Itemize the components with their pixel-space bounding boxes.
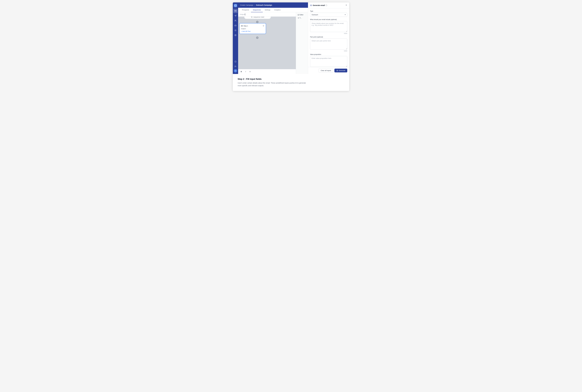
subject-placeholder: Subject (240, 14, 245, 15)
pain-point-label: Pain point (optional) (310, 36, 347, 38)
italic-button[interactable]: I (244, 70, 247, 73)
editor-tab-label: Editor (300, 14, 303, 16)
tune-tab[interactable]: T... (297, 16, 307, 20)
canvas-area: Sequence Start + Step 1 (238, 12, 308, 74)
include-char-count: 0/600 (310, 33, 347, 34)
type-label: Type (310, 10, 347, 12)
type-select[interactable]: Outreach Follow-up Cold email (310, 13, 347, 17)
generate-panel: Generate email Type Outreach (308, 2, 349, 74)
tabs-bar: Prospects Sequences Settings Analytics (238, 8, 308, 12)
breadcrumb-separator: › (254, 4, 255, 6)
panel-footer: Clear all inputs Generate (308, 67, 349, 74)
include-field-group: What should your email include (optional… (310, 19, 347, 34)
step-description-text: User's enter certain details about the e… (238, 82, 308, 87)
breadcrumb-parent: Create Campaign (240, 4, 254, 6)
panel-title-text: Generate email (313, 4, 325, 6)
svg-point-4 (235, 20, 236, 20)
editor-tab[interactable]: Editor (297, 13, 307, 16)
sidebar-item-contacts[interactable] (233, 18, 238, 23)
type-field-group: Type Outreach Follow-up Cold email (310, 10, 347, 17)
pain-point-char-count: 0/600 (310, 50, 347, 52)
tab-sequences[interactable]: Sequences (251, 8, 263, 12)
sidebar-item-send[interactable] (233, 14, 238, 18)
clear-all-button[interactable]: Clear all inputs (319, 68, 333, 72)
bold-button[interactable]: B (240, 70, 243, 73)
sidebar-item-inbox[interactable] (233, 23, 238, 28)
step-header: Step 1 (241, 25, 264, 27)
include-label: What should your email include (optional… (310, 19, 347, 20)
panel-header: Generate email (308, 2, 349, 8)
svg-marker-5 (234, 30, 236, 31)
notification-badge[interactable]: 8 (234, 69, 237, 72)
breadcrumb-current: Outreach Campaign (256, 4, 272, 6)
tab-settings[interactable]: Settings (263, 8, 272, 12)
sidebar-item-mail[interactable] (233, 9, 238, 13)
svg-point-6 (235, 35, 236, 36)
sidebar-item-clock[interactable] (233, 60, 238, 64)
sidebar-item-settings[interactable] (233, 33, 238, 37)
panel-close-button[interactable] (345, 4, 347, 6)
add-ab-test-button[interactable]: + Add A/B Test (241, 30, 264, 32)
add-step-top[interactable]: + (256, 21, 258, 23)
generate-button[interactable]: Generate (334, 69, 347, 72)
step-title: Step 1 (241, 25, 248, 27)
breadcrumb: Create Campaign › Outreach Campaign (240, 4, 272, 6)
editor-area: Editor T... (296, 12, 308, 74)
step-title-description: Step 2 : Fill input fields (238, 78, 344, 80)
panel-title: Generate email (310, 4, 327, 6)
step-delete-button[interactable] (263, 25, 264, 27)
generate-button-label: Generate (339, 70, 345, 72)
subject-field[interactable]: Subject (238, 12, 296, 16)
top-bar: Create Campaign › Outreach Campaign (238, 2, 308, 8)
pain-point-textarea[interactable] (310, 38, 347, 50)
sidebar-item-user-add[interactable] (233, 64, 238, 69)
tab-analytics[interactable]: Analytics (272, 8, 282, 12)
tab-prospects[interactable]: Prospects (240, 8, 251, 12)
value-prop-label: Value proposition (310, 54, 347, 55)
step-card: Step 1 Subject + Add A/B Test (239, 23, 266, 34)
description-section: Step 2 : Fill input fields User's enter … (233, 74, 349, 91)
value-prop-textarea[interactable] (310, 56, 347, 67)
value-prop-field-group: Value proposition 0/600 (310, 54, 347, 67)
include-textarea[interactable] (310, 21, 347, 32)
step-label: Step 1 (244, 25, 248, 27)
sidebar: 8 (233, 2, 238, 74)
svg-marker-23 (336, 70, 338, 71)
sidebar-item-star[interactable] (233, 28, 238, 32)
step-subject: Subject (241, 28, 264, 30)
add-step-bottom[interactable]: + (256, 36, 258, 39)
tune-tab-label: T... (300, 17, 302, 19)
main-content: Create Campaign › Outreach Campaign Pros… (238, 2, 308, 74)
app-logo (234, 4, 237, 7)
svg-point-8 (235, 66, 236, 66)
pain-point-field-group: Pain point (optional) 0/600 (310, 36, 347, 52)
canvas-inner: Sequence Start + Step 1 (238, 12, 308, 74)
bottom-toolbar: B I A (238, 69, 296, 74)
svg-marker-17 (310, 4, 312, 6)
panel-body: Type Outreach Follow-up Cold email What … (308, 8, 349, 67)
font-button[interactable]: A (248, 70, 252, 73)
